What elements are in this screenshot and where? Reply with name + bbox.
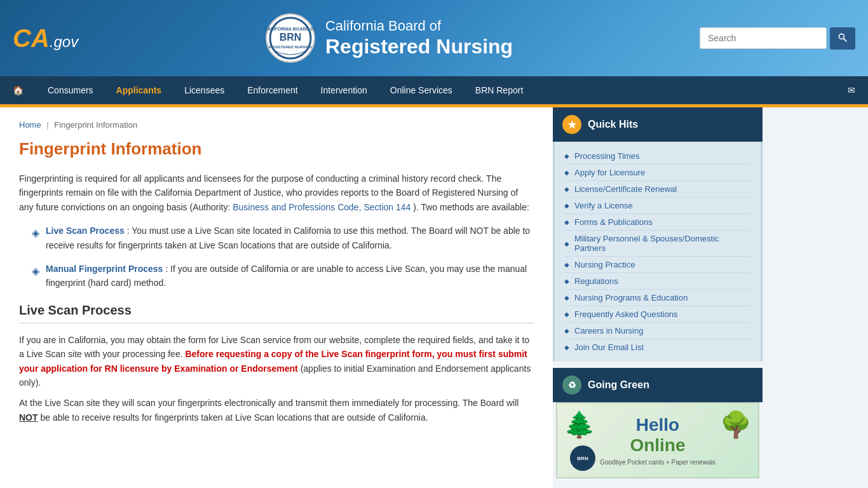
bullet-dot: ◆: [564, 278, 569, 285]
svg-text:BRN: BRN: [280, 32, 302, 43]
list-item: ◆ Nursing Programs & Education: [564, 290, 751, 306]
bullet-dot: ◆: [564, 294, 569, 301]
main-content: Home | Fingerprint Information Fingerpri…: [0, 107, 553, 488]
nav-licensees[interactable]: Licensees: [173, 76, 236, 104]
bullet-dot: ◆: [564, 186, 569, 193]
bullet-icon-1: ◈: [32, 225, 39, 252]
bullet-dot: ◆: [564, 311, 569, 318]
link-nursing-practice[interactable]: Nursing Practice: [574, 260, 635, 269]
svg-text:REGISTERED NURSING: REGISTERED NURSING: [269, 45, 313, 49]
list-item: ◆ Regulations: [564, 273, 751, 290]
quick-hits-list: ◆ Processing Times ◆ Apply for Licensure…: [553, 142, 763, 362]
online-text: Online: [600, 435, 715, 456]
intro-text-end: ). Two methods are available:: [413, 202, 529, 212]
going-green-content: Hello Online Goodbye Pocket cards + Pape…: [593, 409, 722, 472]
link-apply-licensure[interactable]: Apply for Licensure: [574, 168, 645, 177]
livescan-p2-end: be able to receive results for fingerpri…: [40, 412, 428, 423]
quick-hits-header: ★ Quick Hits: [553, 107, 763, 142]
tree-left-icon: 🌲: [564, 410, 595, 440]
header-branding: CALIFORNIA BOARD OF BRN REGISTERED NURSI…: [265, 13, 513, 64]
breadcrumb: Home | Fingerprint Information: [19, 120, 534, 130]
tree-right-icon: 🌳: [720, 410, 752, 440]
search-area: [700, 27, 855, 50]
list-item: ◆ Apply for Licensure: [564, 165, 751, 181]
link-military[interactable]: Military Personnel & Spouses/Domestic Pa…: [574, 234, 751, 253]
quick-hits-title: Quick Hits: [588, 119, 638, 130]
nav-intervention[interactable]: Intervention: [309, 76, 379, 104]
page-title: Fingerprint Information: [19, 139, 534, 159]
search-icon: [837, 32, 848, 43]
livescan-link[interactable]: Live Scan Process: [46, 226, 125, 236]
livescan-para2: At the Live Scan site they will scan you…: [19, 396, 534, 424]
nav-consumers[interactable]: Consumers: [36, 76, 105, 104]
site-header: CA.gov CALIFORNIA BOARD OF BRN REGISTERE…: [0, 0, 868, 76]
link-nursing-programs[interactable]: Nursing Programs & Education: [574, 293, 688, 302]
authority-link[interactable]: Business and Professions Code, Section 1…: [233, 202, 410, 212]
link-verify-license[interactable]: Verify a License: [574, 201, 633, 210]
link-forms-publications[interactable]: Forms & Publications: [574, 217, 653, 227]
nav-enforcement[interactable]: Enforcement: [236, 76, 309, 104]
manual-fingerprint-link[interactable]: Manual Fingerprint Process: [46, 264, 163, 274]
nav-brn-report[interactable]: BRN Report: [464, 76, 534, 104]
link-email-list[interactable]: Join Our Email List: [574, 342, 644, 352]
methods-list: ◈ Live Scan Process : You must use a Liv…: [32, 224, 534, 290]
link-regulations[interactable]: Regulations: [574, 276, 618, 286]
goodbye-text: Goodbye Pocket cards + Paper renewals: [600, 459, 715, 466]
list-item: ◆ License/Certificate Renewal: [564, 181, 751, 198]
list-item: ◆ Verify a License: [564, 198, 751, 214]
link-faq[interactable]: Frequently Asked Questions: [574, 309, 678, 319]
breadcrumb-home[interactable]: Home: [19, 120, 41, 130]
bullet-dot: ◆: [564, 327, 569, 334]
list-item: ◆ Military Personnel & Spouses/Domestic …: [564, 231, 751, 257]
main-navigation: 🏠 Consumers Applicants Licensees Enforce…: [0, 76, 868, 104]
bullet-dot: ◆: [564, 344, 569, 351]
link-careers-nursing[interactable]: Careers in Nursing: [574, 326, 643, 336]
going-green-header: ♻ Going Green: [553, 368, 763, 402]
contact-icon: ✉: [848, 85, 855, 95]
bullet-dot: ◆: [564, 202, 569, 209]
bullet-icon-2: ◈: [32, 263, 39, 290]
link-processing-times[interactable]: Processing Times: [574, 151, 640, 161]
title-line2: Registered Nursing: [325, 34, 513, 58]
search-button[interactable]: [830, 27, 855, 50]
livescan-p2-not: NOT: [19, 412, 38, 423]
list-item: ◆ Processing Times: [564, 148, 751, 165]
livescan-section-heading: Live Scan Process: [19, 303, 534, 323]
site-title: California Board of Registered Nursing: [325, 18, 513, 59]
intro-paragraph: Fingerprinting is required for all appli…: [19, 172, 534, 214]
brn-circle: BRN: [570, 445, 595, 471]
going-green-image: 🌲 Hello Online Goodbye Pocket cards + Pa…: [556, 402, 759, 478]
bullet-text-2: Manual Fingerprint Process : If you are …: [46, 262, 534, 290]
recycle-icon: ♻: [562, 376, 581, 395]
breadcrumb-separator: |: [46, 120, 48, 130]
svg-text:CALIFORNIA BOARD OF: CALIFORNIA BOARD OF: [265, 27, 316, 31]
list-item: ◆ Nursing Practice: [564, 257, 751, 273]
nav-online-services[interactable]: Online Services: [379, 76, 464, 104]
bullet-dot: ◆: [564, 240, 569, 247]
hello-text: Hello: [600, 415, 715, 435]
livescan-para1: If you are in California, you may obtain…: [19, 333, 534, 390]
list-item: ◆ Join Our Email List: [564, 339, 751, 355]
link-license-renewal[interactable]: License/Certificate Renewal: [574, 184, 677, 194]
bullet-text-1: Live Scan Process : You must use a Live …: [46, 224, 534, 252]
title-line1: California Board of: [325, 18, 513, 34]
bullet-dot: ◆: [564, 219, 569, 226]
livescan-p2-start: At the Live Scan site they will scan you…: [19, 398, 519, 408]
search-input[interactable]: [700, 27, 827, 49]
nav-home[interactable]: 🏠: [0, 76, 36, 104]
list-item: ◆ Forms & Publications: [564, 214, 751, 231]
home-icon: 🏠: [13, 85, 24, 95]
list-item-livescan: ◈ Live Scan Process : You must use a Liv…: [32, 224, 534, 252]
nav-contact[interactable]: ✉: [835, 76, 868, 104]
svg-line-6: [844, 38, 847, 41]
brn-logo: CALIFORNIA BOARD OF BRN REGISTERED NURSI…: [265, 13, 316, 64]
list-item: ◆ Frequently Asked Questions: [564, 306, 751, 323]
bullet-dot: ◆: [564, 152, 569, 159]
svg-point-5: [839, 34, 844, 39]
list-item: ◆ Careers in Nursing: [564, 323, 751, 339]
nav-applicants[interactable]: Applicants: [105, 76, 173, 104]
sidebar: ★ Quick Hits ◆ Processing Times ◆ Apply …: [553, 107, 763, 488]
ca-gov-logo[interactable]: CA.gov: [13, 25, 78, 51]
going-green-title: Going Green: [588, 379, 649, 391]
bullet-dot: ◆: [564, 261, 569, 268]
